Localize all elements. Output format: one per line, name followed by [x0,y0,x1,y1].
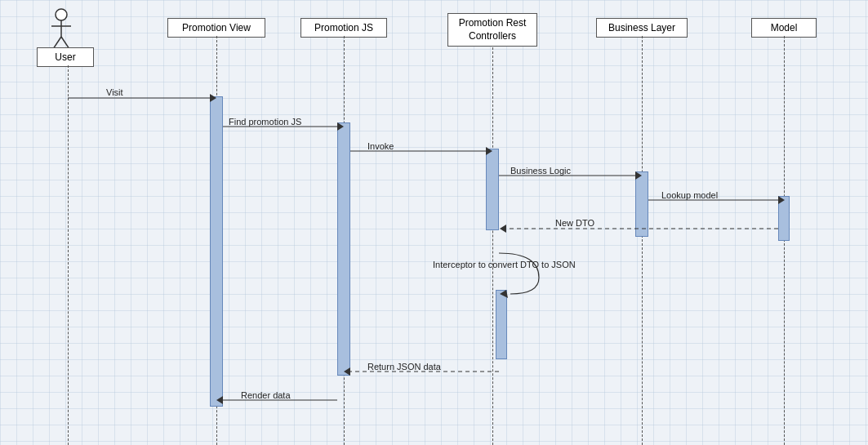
label-find-promotion-js: Find promotion JS [229,117,301,127]
label-visit: Visit [106,87,123,97]
label-invoke: Invoke [367,141,394,151]
svg-line-4 [61,37,69,47]
activation-promotion-js [337,122,350,376]
actor-promotion-rest: Promotion RestControllers [447,13,537,47]
label-lookup-model: Lookup model [661,190,718,200]
label-new-dto: New DTO [555,218,594,228]
actor-promotion-js: Promotion JS [300,18,387,38]
actor-model: Model [751,18,817,38]
activation-business-layer [635,171,648,237]
svg-line-3 [53,37,61,47]
activation-rest-main [486,149,499,230]
actor-promotion-view: Promotion View [167,18,265,38]
user-figure [45,7,78,47]
activation-model [778,196,790,241]
activation-promotion-view [210,96,223,407]
activation-rest-interceptor [496,290,507,359]
arrows-svg [0,0,868,445]
actor-user: User [37,47,94,67]
lifeline-promotion-rest [492,47,493,445]
label-return-json: Return JSON data [367,362,441,372]
svg-point-0 [56,9,67,20]
svg-marker-16 [500,225,506,233]
label-interceptor: Interceptor to convert DTO to JSON [433,260,576,269]
actor-business-layer: Business Layer [596,18,688,38]
diagram-canvas: User Promotion View Promotion JS Promoti… [0,0,868,445]
label-render-data: Render data [241,390,291,400]
label-business-logic: Business Logic [510,166,571,176]
lifeline-user [68,65,69,445]
lifeline-business-layer [642,36,643,445]
